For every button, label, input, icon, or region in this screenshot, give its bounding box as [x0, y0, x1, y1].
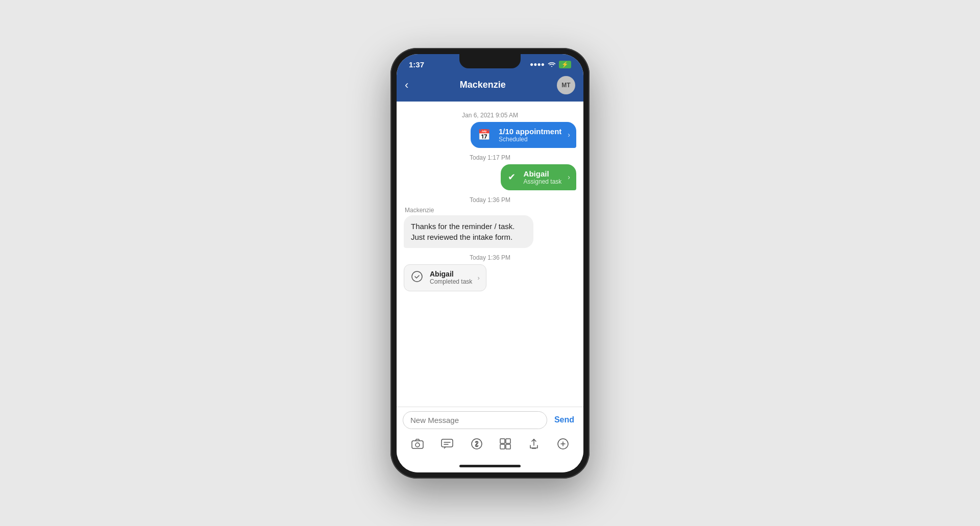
chat-title: Mackenzie	[460, 80, 506, 90]
send-button[interactable]: Send	[551, 413, 577, 427]
circle-check-icon	[404, 265, 428, 291]
completed-task-card[interactable]: Abigail Completed task ›	[404, 264, 486, 291]
svg-rect-5	[500, 439, 505, 443]
chevron-right-icon-2: ›	[565, 167, 576, 187]
assigned-title: Abigail	[524, 169, 562, 178]
appointment-subtitle: Scheduled	[499, 136, 561, 143]
appointment-bubble[interactable]: 📅 1/10 appointment Scheduled ›	[471, 122, 576, 148]
timestamp-1: Jan 6, 2021 9:05 AM	[404, 112, 576, 119]
timestamp-3: Today 1:36 PM	[404, 196, 576, 204]
toolbar	[403, 434, 577, 458]
grid-icon[interactable]	[498, 436, 513, 455]
chevron-right-icon-3: ›	[474, 268, 485, 288]
chevron-right-icon: ›	[565, 124, 576, 145]
avatar[interactable]: MT	[557, 76, 575, 94]
checkmark-icon: ✔	[501, 165, 521, 189]
message-icon[interactable]	[439, 437, 455, 454]
plus-icon[interactable]	[555, 436, 571, 455]
input-row: Send	[403, 411, 577, 429]
status-icons: ●●●● ⚡	[530, 61, 571, 68]
appointment-title: 1/10 appointment	[499, 127, 561, 136]
phone-frame: 1:37 ●●●● ⚡ ‹ Mackenzie MT	[390, 48, 590, 479]
svg-point-0	[412, 271, 422, 282]
chat-area: Jan 6, 2021 9:05 AM 📅 1/10 appointment S…	[397, 102, 583, 407]
dollar-icon[interactable]	[469, 436, 484, 455]
phone-screen: 1:37 ●●●● ⚡ ‹ Mackenzie MT	[397, 54, 583, 472]
notch	[459, 54, 521, 68]
card-subtitle: Completed task	[430, 278, 472, 285]
input-bar: Send	[397, 407, 583, 462]
message-input[interactable]	[403, 411, 547, 429]
svg-point-2	[415, 443, 420, 447]
assigned-subtitle: Assigned task	[524, 178, 562, 185]
svg-rect-3	[442, 439, 453, 447]
incoming-message: Thanks for the reminder / task. Just rev…	[404, 215, 533, 248]
camera-icon[interactable]	[409, 437, 426, 454]
home-bar	[459, 465, 521, 467]
sender-name: Mackenzie	[404, 207, 576, 214]
svg-rect-8	[506, 444, 510, 449]
assigned-task-bubble[interactable]: ✔ Abigail Assigned task ›	[501, 164, 576, 190]
timestamp-4: Today 1:36 PM	[404, 254, 576, 261]
share-icon[interactable]	[526, 436, 542, 455]
home-indicator	[397, 462, 583, 472]
calendar-icon: 📅	[471, 122, 496, 147]
wifi-icon	[548, 61, 556, 68]
chat-header: ‹ Mackenzie MT	[397, 72, 583, 102]
svg-rect-7	[500, 444, 505, 449]
timestamp-2: Today 1:17 PM	[404, 154, 576, 161]
signal-icon: ●●●●	[530, 61, 545, 68]
card-title: Abigail	[430, 270, 472, 278]
battery-icon: ⚡	[559, 61, 571, 68]
svg-rect-6	[506, 439, 510, 443]
status-time: 1:37	[409, 60, 424, 69]
back-button[interactable]: ‹	[405, 79, 408, 92]
